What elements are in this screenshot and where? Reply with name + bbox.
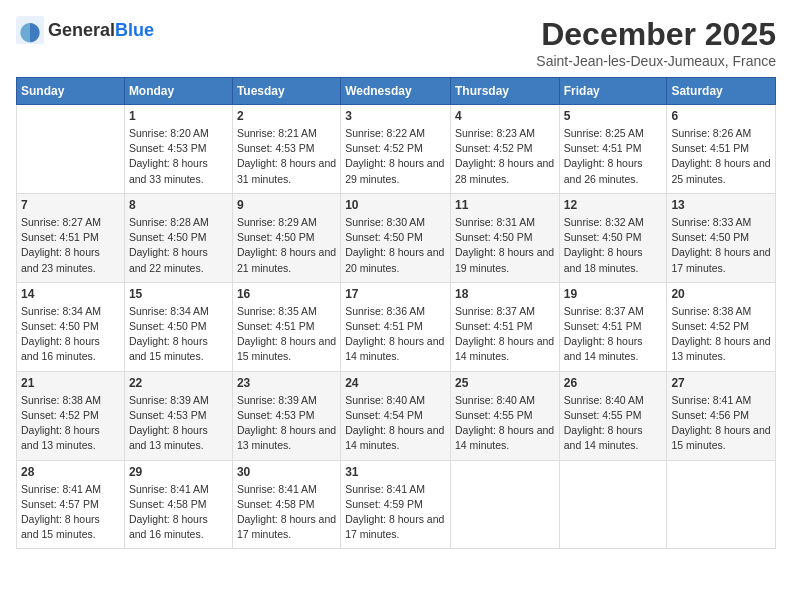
day-info: Sunrise: 8:41 AM Sunset: 4:56 PM Dayligh… [671, 393, 771, 454]
day-number: 20 [671, 287, 771, 301]
col-tuesday: Tuesday [232, 78, 340, 105]
day-info: Sunrise: 8:40 AM Sunset: 4:55 PM Dayligh… [564, 393, 663, 454]
day-info: Sunrise: 8:37 AM Sunset: 4:51 PM Dayligh… [455, 304, 555, 365]
days-of-week-row: Sunday Monday Tuesday Wednesday Thursday… [17, 78, 776, 105]
col-sunday: Sunday [17, 78, 125, 105]
calendar-cell: 1Sunrise: 8:20 AM Sunset: 4:53 PM Daylig… [124, 105, 232, 194]
calendar-cell [667, 460, 776, 549]
day-number: 15 [129, 287, 228, 301]
day-number: 28 [21, 465, 120, 479]
day-info: Sunrise: 8:36 AM Sunset: 4:51 PM Dayligh… [345, 304, 446, 365]
day-info: Sunrise: 8:34 AM Sunset: 4:50 PM Dayligh… [21, 304, 120, 365]
day-info: Sunrise: 8:38 AM Sunset: 4:52 PM Dayligh… [21, 393, 120, 454]
day-info: Sunrise: 8:28 AM Sunset: 4:50 PM Dayligh… [129, 215, 228, 276]
day-number: 22 [129, 376, 228, 390]
day-info: Sunrise: 8:32 AM Sunset: 4:50 PM Dayligh… [564, 215, 663, 276]
location-title: Saint-Jean-les-Deux-Jumeaux, France [536, 53, 776, 69]
day-info: Sunrise: 8:41 AM Sunset: 4:57 PM Dayligh… [21, 482, 120, 543]
calendar-week-row: 1Sunrise: 8:20 AM Sunset: 4:53 PM Daylig… [17, 105, 776, 194]
calendar-cell: 16Sunrise: 8:35 AM Sunset: 4:51 PM Dayli… [232, 282, 340, 371]
title-block: December 2025 Saint-Jean-les-Deux-Jumeau… [536, 16, 776, 69]
calendar-week-row: 14Sunrise: 8:34 AM Sunset: 4:50 PM Dayli… [17, 282, 776, 371]
day-info: Sunrise: 8:35 AM Sunset: 4:51 PM Dayligh… [237, 304, 336, 365]
calendar-cell: 29Sunrise: 8:41 AM Sunset: 4:58 PM Dayli… [124, 460, 232, 549]
calendar-cell: 24Sunrise: 8:40 AM Sunset: 4:54 PM Dayli… [341, 371, 451, 460]
page-header: GeneralBlue December 2025 Saint-Jean-les… [16, 16, 776, 69]
day-info: Sunrise: 8:34 AM Sunset: 4:50 PM Dayligh… [129, 304, 228, 365]
calendar-cell: 13Sunrise: 8:33 AM Sunset: 4:50 PM Dayli… [667, 193, 776, 282]
calendar-cell [450, 460, 559, 549]
day-number: 1 [129, 109, 228, 123]
calendar-body: 1Sunrise: 8:20 AM Sunset: 4:53 PM Daylig… [17, 105, 776, 549]
calendar-cell: 23Sunrise: 8:39 AM Sunset: 4:53 PM Dayli… [232, 371, 340, 460]
day-info: Sunrise: 8:21 AM Sunset: 4:53 PM Dayligh… [237, 126, 336, 187]
calendar-cell: 5Sunrise: 8:25 AM Sunset: 4:51 PM Daylig… [559, 105, 667, 194]
day-number: 7 [21, 198, 120, 212]
day-number: 21 [21, 376, 120, 390]
day-number: 8 [129, 198, 228, 212]
day-number: 31 [345, 465, 446, 479]
day-info: Sunrise: 8:39 AM Sunset: 4:53 PM Dayligh… [237, 393, 336, 454]
calendar-cell: 30Sunrise: 8:41 AM Sunset: 4:58 PM Dayli… [232, 460, 340, 549]
month-title: December 2025 [536, 16, 776, 53]
calendar-cell: 21Sunrise: 8:38 AM Sunset: 4:52 PM Dayli… [17, 371, 125, 460]
day-info: Sunrise: 8:20 AM Sunset: 4:53 PM Dayligh… [129, 126, 228, 187]
day-number: 26 [564, 376, 663, 390]
day-number: 14 [21, 287, 120, 301]
calendar-week-row: 28Sunrise: 8:41 AM Sunset: 4:57 PM Dayli… [17, 460, 776, 549]
day-number: 16 [237, 287, 336, 301]
day-number: 4 [455, 109, 555, 123]
calendar-cell: 4Sunrise: 8:23 AM Sunset: 4:52 PM Daylig… [450, 105, 559, 194]
logo-blue: Blue [115, 20, 154, 40]
calendar-cell: 15Sunrise: 8:34 AM Sunset: 4:50 PM Dayli… [124, 282, 232, 371]
day-info: Sunrise: 8:39 AM Sunset: 4:53 PM Dayligh… [129, 393, 228, 454]
col-wednesday: Wednesday [341, 78, 451, 105]
logo-general: General [48, 20, 115, 40]
day-info: Sunrise: 8:22 AM Sunset: 4:52 PM Dayligh… [345, 126, 446, 187]
col-monday: Monday [124, 78, 232, 105]
day-number: 12 [564, 198, 663, 212]
calendar-cell: 11Sunrise: 8:31 AM Sunset: 4:50 PM Dayli… [450, 193, 559, 282]
calendar-cell: 9Sunrise: 8:29 AM Sunset: 4:50 PM Daylig… [232, 193, 340, 282]
day-number: 9 [237, 198, 336, 212]
day-number: 27 [671, 376, 771, 390]
day-number: 2 [237, 109, 336, 123]
calendar-cell: 2Sunrise: 8:21 AM Sunset: 4:53 PM Daylig… [232, 105, 340, 194]
day-number: 6 [671, 109, 771, 123]
calendar-cell: 14Sunrise: 8:34 AM Sunset: 4:50 PM Dayli… [17, 282, 125, 371]
calendar-cell: 12Sunrise: 8:32 AM Sunset: 4:50 PM Dayli… [559, 193, 667, 282]
col-thursday: Thursday [450, 78, 559, 105]
day-info: Sunrise: 8:37 AM Sunset: 4:51 PM Dayligh… [564, 304, 663, 365]
day-number: 19 [564, 287, 663, 301]
day-number: 25 [455, 376, 555, 390]
day-number: 3 [345, 109, 446, 123]
day-info: Sunrise: 8:30 AM Sunset: 4:50 PM Dayligh… [345, 215, 446, 276]
logo-icon [16, 16, 44, 44]
day-info: Sunrise: 8:29 AM Sunset: 4:50 PM Dayligh… [237, 215, 336, 276]
calendar-cell [559, 460, 667, 549]
day-info: Sunrise: 8:41 AM Sunset: 4:59 PM Dayligh… [345, 482, 446, 543]
calendar-cell: 3Sunrise: 8:22 AM Sunset: 4:52 PM Daylig… [341, 105, 451, 194]
calendar-cell [17, 105, 125, 194]
calendar-cell: 10Sunrise: 8:30 AM Sunset: 4:50 PM Dayli… [341, 193, 451, 282]
calendar-cell: 7Sunrise: 8:27 AM Sunset: 4:51 PM Daylig… [17, 193, 125, 282]
day-number: 10 [345, 198, 446, 212]
calendar-cell: 19Sunrise: 8:37 AM Sunset: 4:51 PM Dayli… [559, 282, 667, 371]
calendar-cell: 18Sunrise: 8:37 AM Sunset: 4:51 PM Dayli… [450, 282, 559, 371]
day-info: Sunrise: 8:40 AM Sunset: 4:55 PM Dayligh… [455, 393, 555, 454]
day-info: Sunrise: 8:31 AM Sunset: 4:50 PM Dayligh… [455, 215, 555, 276]
calendar-cell: 25Sunrise: 8:40 AM Sunset: 4:55 PM Dayli… [450, 371, 559, 460]
day-number: 29 [129, 465, 228, 479]
day-info: Sunrise: 8:25 AM Sunset: 4:51 PM Dayligh… [564, 126, 663, 187]
day-number: 24 [345, 376, 446, 390]
day-info: Sunrise: 8:27 AM Sunset: 4:51 PM Dayligh… [21, 215, 120, 276]
day-info: Sunrise: 8:41 AM Sunset: 4:58 PM Dayligh… [129, 482, 228, 543]
calendar-cell: 27Sunrise: 8:41 AM Sunset: 4:56 PM Dayli… [667, 371, 776, 460]
calendar-cell: 20Sunrise: 8:38 AM Sunset: 4:52 PM Dayli… [667, 282, 776, 371]
calendar-cell: 6Sunrise: 8:26 AM Sunset: 4:51 PM Daylig… [667, 105, 776, 194]
calendar-week-row: 21Sunrise: 8:38 AM Sunset: 4:52 PM Dayli… [17, 371, 776, 460]
calendar-week-row: 7Sunrise: 8:27 AM Sunset: 4:51 PM Daylig… [17, 193, 776, 282]
calendar-cell: 26Sunrise: 8:40 AM Sunset: 4:55 PM Dayli… [559, 371, 667, 460]
col-friday: Friday [559, 78, 667, 105]
day-info: Sunrise: 8:26 AM Sunset: 4:51 PM Dayligh… [671, 126, 771, 187]
